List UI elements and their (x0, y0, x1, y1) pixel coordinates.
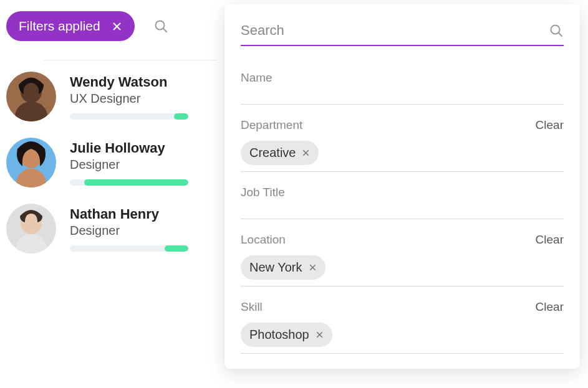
close-icon[interactable] (302, 149, 310, 157)
search-icon[interactable] (549, 23, 564, 38)
search-input[interactable] (241, 22, 549, 39)
list-item[interactable]: Wendy Watson UX Designer (6, 72, 218, 121)
svg-line-14 (559, 33, 562, 36)
svg-line-3 (163, 29, 166, 32)
progress-fill (165, 245, 188, 252)
filters-applied-pill[interactable]: Filters applied (6, 11, 135, 41)
filter-chip: Creative (241, 141, 319, 165)
job-title-filter-input[interactable] (241, 199, 564, 219)
name-filter-label: Name (241, 71, 564, 85)
avatar (6, 204, 56, 253)
location-chip-row[interactable]: New York (241, 252, 564, 286)
chip-label: New York (249, 260, 302, 275)
close-icon[interactable] (112, 21, 122, 32)
divider (44, 60, 218, 60)
progress-bar (70, 113, 188, 120)
person-title: Designer (70, 224, 218, 238)
close-icon[interactable] (309, 263, 317, 272)
name-filter-input[interactable] (241, 85, 564, 105)
list-item[interactable]: Nathan Henry Designer (6, 204, 218, 253)
close-icon[interactable] (316, 331, 324, 339)
chip-label: Creative (249, 146, 296, 160)
progress-bar (70, 179, 188, 186)
skill-chip-row[interactable]: Photoshop (241, 319, 564, 354)
filters-applied-label: Filters applied (19, 19, 100, 34)
person-name: Nathan Henry (70, 206, 218, 222)
filter-chip: New York (241, 255, 325, 280)
progress-fill (84, 179, 188, 186)
department-filter-label: Department (241, 118, 302, 132)
avatar (6, 138, 56, 187)
chip-label: Photoshop (249, 328, 309, 342)
skill-clear-button[interactable]: Clear (536, 300, 564, 314)
job-title-filter-label: Job Title (241, 186, 564, 199)
department-chip-row[interactable]: Creative (241, 137, 564, 172)
list-item[interactable]: Julie Holloway Designer (6, 138, 218, 187)
department-clear-button[interactable]: Clear (536, 118, 564, 132)
progress-fill (174, 113, 188, 120)
filter-panel: Name Department Clear Creative Job Title… (224, 4, 580, 369)
location-clear-button[interactable]: Clear (536, 233, 564, 247)
people-list: Wendy Watson UX Designer Julie Holloway … (6, 72, 218, 253)
person-title: Designer (70, 158, 218, 172)
search-icon[interactable] (153, 19, 168, 34)
filter-chip: Photoshop (241, 323, 332, 347)
person-title: UX Designer (70, 92, 218, 106)
skill-filter-label: Skill (241, 300, 263, 314)
location-filter-label: Location (241, 233, 286, 247)
person-name: Wendy Watson (70, 74, 218, 90)
progress-bar (70, 245, 188, 252)
person-name: Julie Holloway (70, 140, 218, 156)
avatar (6, 72, 56, 121)
